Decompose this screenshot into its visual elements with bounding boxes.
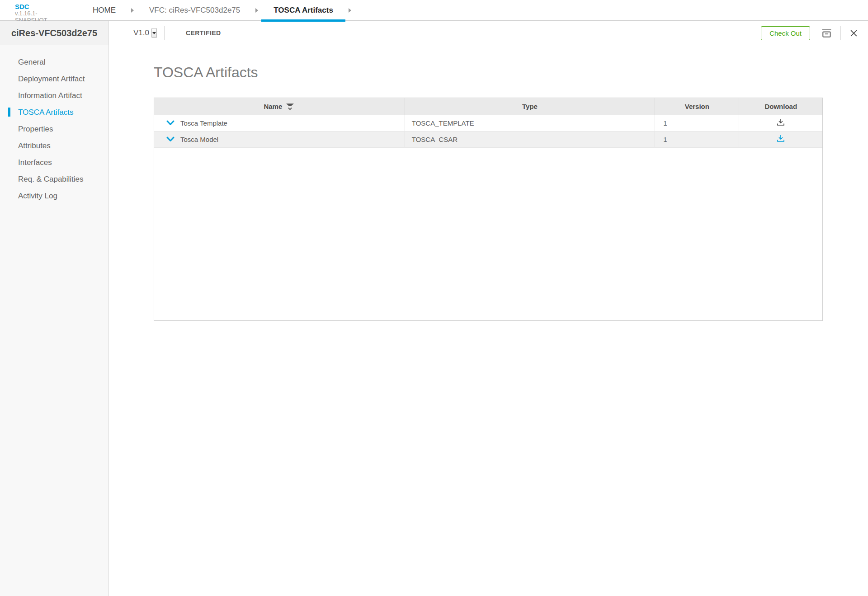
- sidebar-item-label: Activity Log: [18, 192, 57, 201]
- version-dropdown-button[interactable]: [151, 28, 157, 38]
- sidebar-item-req-capabilities[interactable]: Req. & Capabilities: [0, 171, 108, 188]
- sidebar-item-label: Req. & Capabilities: [18, 175, 84, 184]
- arrow-right-icon: [131, 8, 134, 13]
- arrow-right-icon: [255, 8, 258, 13]
- divider: [164, 26, 165, 40]
- sidebar-item-label: Attributes: [18, 141, 51, 150]
- sidebar-item-information-artifact[interactable]: Information Artifact: [0, 87, 108, 104]
- sdc-logo: SDC v.1.16.1-SNAPSHOT: [0, 0, 68, 20]
- close-icon[interactable]: [849, 29, 858, 38]
- column-header-name[interactable]: Name: [154, 98, 405, 115]
- component-header-left: ciRes-VFC503d2e75: [0, 21, 109, 45]
- status-badge: CERTIFIED: [186, 29, 221, 37]
- sidebar-item-attributes[interactable]: Attributes: [0, 137, 108, 154]
- download-icon[interactable]: [776, 136, 785, 144]
- sidebar-item-label: TOSCA Artifacts: [18, 108, 74, 117]
- column-label: Name: [264, 103, 282, 110]
- page-title: TOSCA Artifacts: [154, 64, 868, 81]
- column-header-version[interactable]: Version: [655, 98, 739, 115]
- version-selector[interactable]: V1.0: [133, 28, 149, 38]
- tosca-artifacts-table: Name Type Version Download: [154, 98, 822, 148]
- sidebar-item-general[interactable]: General: [0, 54, 108, 70]
- component-header-right: V1.0 CERTIFIED Check Out: [109, 21, 868, 45]
- sidebar-item-label: Information Artifact: [18, 91, 82, 100]
- table-row[interactable]: Tosca Template TOSCA_TEMPLATE 1: [154, 115, 822, 131]
- chevron-down-icon[interactable]: [166, 120, 175, 126]
- divider: [840, 26, 841, 40]
- sidebar-item-label: Interfaces: [18, 158, 52, 167]
- active-item-indicator: [8, 108, 10, 117]
- column-header-type[interactable]: Type: [405, 98, 655, 115]
- artifact-name: Tosca Model: [180, 136, 218, 143]
- check-out-button[interactable]: Check Out: [761, 26, 810, 40]
- top-nav-bar: SDC v.1.16.1-SNAPSHOT HOME VFC: ciRes-VF…: [0, 0, 868, 21]
- arrow-right-icon: [349, 8, 351, 13]
- breadcrumb: HOME VFC: ciRes-VFC503d2e75 TOSCA Artifa…: [80, 0, 354, 20]
- caret-down-icon: [152, 32, 156, 34]
- print-icon[interactable]: [821, 27, 833, 39]
- sidebar-item-label: General: [18, 58, 45, 67]
- artifacts-table-container: Name Type Version Download: [154, 98, 823, 321]
- sidebar-item-label: Properties: [18, 125, 53, 134]
- tab-tosca-artifacts[interactable]: TOSCA Artifacts: [261, 0, 345, 21]
- component-title: ciRes-VFC503d2e75: [11, 28, 97, 38]
- sort-icon: [285, 102, 295, 111]
- sidebar-item-properties[interactable]: Properties: [0, 121, 108, 137]
- download-icon[interactable]: [776, 120, 785, 128]
- sidebar-item-label: Deployment Artifact: [18, 75, 85, 84]
- artifact-name: Tosca Template: [180, 119, 227, 127]
- table-row[interactable]: Tosca Model TOSCA_CSAR 1: [154, 131, 822, 147]
- column-header-download[interactable]: Download: [739, 98, 822, 115]
- left-menu: General Deployment Artifact Information …: [0, 45, 109, 596]
- sidebar-item-deployment-artifact[interactable]: Deployment Artifact: [0, 70, 108, 87]
- table-header-row: Name Type Version Download: [154, 98, 822, 115]
- tab-home[interactable]: HOME: [80, 0, 128, 21]
- sidebar-item-interfaces[interactable]: Interfaces: [0, 154, 108, 171]
- sidebar-item-tosca-artifacts[interactable]: TOSCA Artifacts: [0, 104, 108, 121]
- app-name: SDC: [15, 3, 68, 10]
- chevron-down-icon[interactable]: [166, 136, 175, 142]
- component-header: ciRes-VFC503d2e75 V1.0 CERTIFIED Check O…: [0, 21, 868, 45]
- artifact-version: 1: [655, 131, 739, 147]
- artifact-type: TOSCA_TEMPLATE: [405, 115, 655, 131]
- tab-vfc[interactable]: VFC: ciRes-VFC503d2e75: [137, 0, 252, 21]
- main-content: TOSCA Artifacts Name Type: [109, 64, 868, 321]
- artifact-version: 1: [655, 115, 739, 131]
- artifact-type: TOSCA_CSAR: [405, 131, 655, 147]
- sidebar-item-activity-log[interactable]: Activity Log: [0, 188, 108, 204]
